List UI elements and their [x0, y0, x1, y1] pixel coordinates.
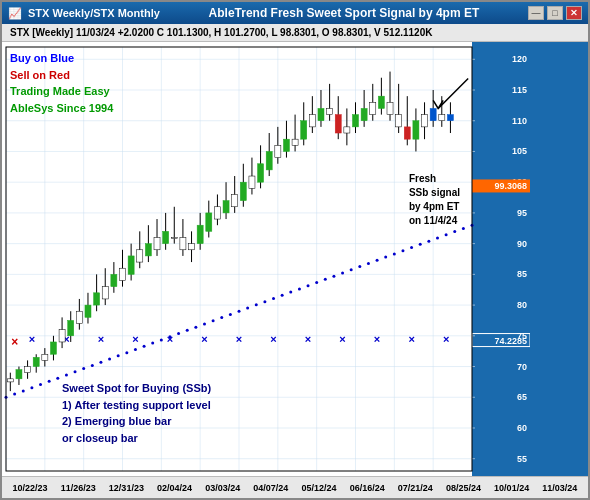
- chart-right-labels: [530, 42, 588, 476]
- date-11: 11/03/24: [542, 483, 577, 493]
- date-9: 08/25/24: [446, 483, 481, 493]
- title-bar-left: 📈 STX Weekly/STX Monthly: [8, 7, 160, 20]
- date-4: 03/03/24: [205, 483, 240, 493]
- window-frame: 📈 STX Weekly/STX Monthly AbleTrend Fresh…: [0, 0, 590, 500]
- window-icon: 📈: [8, 7, 22, 20]
- ssb-line2: 1) After testing support level: [62, 397, 211, 414]
- x-axis: 10/22/23 11/26/23 12/31/23 02/04/24 03/0…: [2, 476, 588, 498]
- chart-legend: Buy on Blue Sell on Red Trading Made Eas…: [10, 50, 113, 116]
- title-left: STX Weekly/STX Monthly: [28, 7, 160, 19]
- ssb-description: Sweet Spot for Buying (SSb) 1) After tes…: [62, 380, 211, 446]
- date-8: 07/21/24: [398, 483, 433, 493]
- date-2: 12/31/23: [109, 483, 144, 493]
- legend-ablesys: AbleSys Since 1994: [10, 100, 113, 117]
- date-6: 05/12/24: [301, 483, 336, 493]
- date-labels: 10/22/23 11/26/23 12/31/23 02/04/24 03/0…: [2, 483, 588, 493]
- chart-area: Buy on Blue Sell on Red Trading Made Eas…: [2, 42, 588, 476]
- annotation-box: FreshSSb signalby 4pm ETon 11/4/24: [409, 172, 460, 228]
- date-1: 11/26/23: [61, 483, 96, 493]
- date-5: 04/07/24: [253, 483, 288, 493]
- date-10: 10/01/24: [494, 483, 529, 493]
- date-3: 02/04/24: [157, 483, 192, 493]
- legend-trading: Trading Made Easy: [10, 83, 113, 100]
- title-bar: 📈 STX Weekly/STX Monthly AbleTrend Fresh…: [2, 2, 588, 24]
- ssb-line1: Sweet Spot for Buying (SSb): [62, 380, 211, 397]
- ssb-line3: 2) Emerging blue bar: [62, 413, 211, 430]
- date-7: 06/16/24: [350, 483, 385, 493]
- chart-main: Buy on Blue Sell on Red Trading Made Eas…: [2, 42, 530, 476]
- ssb-line4: or closeup bar: [62, 430, 211, 447]
- title-bar-controls: — □ ✕: [528, 6, 582, 20]
- maximize-button[interactable]: □: [547, 6, 563, 20]
- minimize-button[interactable]: —: [528, 6, 544, 20]
- title-center: AbleTrend Fresh Sweet Sport Signal by 4p…: [209, 6, 480, 20]
- legend-buy: Buy on Blue: [10, 50, 113, 67]
- chart-header: STX [Weekly] 11/03/24 +2.0200 C 101.1300…: [2, 24, 588, 42]
- chart-header-text: STX [Weekly] 11/03/24 +2.0200 C 101.1300…: [10, 27, 432, 38]
- annotation-text: FreshSSb signalby 4pm ETon 11/4/24: [409, 173, 460, 226]
- close-button[interactable]: ✕: [566, 6, 582, 20]
- legend-sell: Sell on Red: [10, 67, 113, 84]
- date-0: 10/22/23: [13, 483, 48, 493]
